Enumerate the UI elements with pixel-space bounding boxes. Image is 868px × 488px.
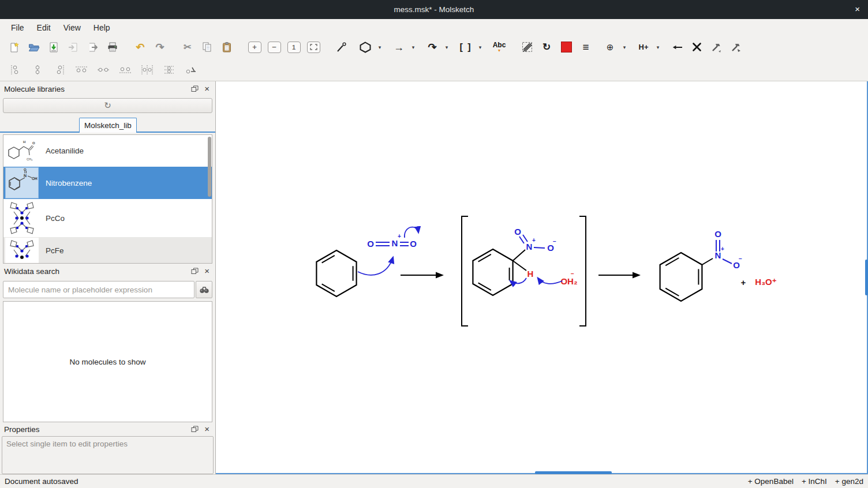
- selection-tool[interactable]: [517, 38, 537, 57]
- export-icon: [87, 42, 99, 53]
- atom-nitrogen: N: [392, 238, 398, 248]
- bracket-tool[interactable]: [ ]: [456, 38, 476, 57]
- rotate-tool[interactable]: ↻: [537, 38, 556, 57]
- electron-arrow-pi-to-oxygen[interactable]: [405, 227, 418, 238]
- water-base[interactable]: OH₂ −: [560, 271, 577, 286]
- wikidata-float-icon[interactable]: [191, 268, 199, 275]
- color-picker-button[interactable]: [556, 38, 576, 57]
- paste-button[interactable]: [217, 38, 237, 57]
- color-swatch-icon: [561, 42, 572, 52]
- hydronium-ion[interactable]: H₃O⁺: [755, 277, 776, 287]
- align-horizontal-center-button[interactable]: [92, 62, 114, 78]
- delete-tool[interactable]: [687, 38, 706, 57]
- benzene-molecule[interactable]: [316, 250, 356, 296]
- refresh-libraries-button[interactable]: ↻: [3, 98, 212, 113]
- align-hcenter-icon: [96, 65, 110, 75]
- intermediate-brackets[interactable]: [462, 216, 586, 326]
- delete-x-icon: [692, 42, 702, 52]
- distribute-vertical-button[interactable]: [158, 62, 180, 78]
- arenium-intermediate[interactable]: N + O O − H: [473, 227, 556, 295]
- atom-nitrogen: N: [715, 250, 721, 260]
- mechanism-arrow-dropdown[interactable]: ▾: [442, 38, 451, 57]
- angle-tool-button[interactable]: [180, 62, 202, 78]
- reaction-arrow-dropdown[interactable]: ▾: [409, 38, 418, 57]
- menu-file[interactable]: File: [5, 21, 31, 34]
- hydrogen-tool[interactable]: H+: [634, 38, 653, 57]
- reaction-scheme: O N + O: [216, 81, 867, 473]
- properties-float-icon[interactable]: [191, 426, 199, 433]
- libraries-float-icon[interactable]: [191, 85, 199, 92]
- distribute-vertical-icon: [162, 65, 176, 75]
- line-width-button[interactable]: ≡: [576, 38, 596, 57]
- cut-button[interactable]: ✂: [178, 38, 197, 57]
- list-item-pcfe[interactable]: PcFe: [3, 237, 212, 264]
- bracket-tool-dropdown[interactable]: ▾: [476, 38, 485, 57]
- hydrogen-tool-dropdown[interactable]: ▾: [653, 38, 663, 57]
- align-right-button[interactable]: [48, 62, 70, 78]
- implicit-hydrogen-tool[interactable]: [667, 38, 687, 57]
- library-tabbar: Molsketch_lib: [0, 116, 215, 134]
- undo-button[interactable]: ↶: [130, 38, 150, 57]
- import-document-button[interactable]: [63, 38, 83, 57]
- draw-bond-tool[interactable]: [331, 38, 351, 57]
- export-document-button[interactable]: [83, 38, 103, 57]
- text-tool[interactable]: Abc▾: [489, 38, 509, 57]
- wikidata-close-icon[interactable]: ×: [204, 268, 209, 275]
- reaction-arrow-2[interactable]: [598, 272, 641, 279]
- tab-molsketch-lib[interactable]: Molsketch_lib: [79, 118, 137, 133]
- ring-tool-dropdown[interactable]: ▾: [375, 38, 384, 57]
- optimize-mechanism-button[interactable]: [726, 38, 746, 57]
- electron-arrow-ring-to-nitrogen[interactable]: [358, 257, 393, 275]
- library-list-scrollbar[interactable]: [208, 137, 211, 197]
- distribute-horizontal-button[interactable]: [136, 62, 158, 78]
- electron-arrow-water-to-h[interactable]: [538, 278, 562, 284]
- menu-help[interactable]: Help: [87, 21, 117, 34]
- align-top-icon: [74, 65, 88, 75]
- minus-charge: −: [739, 256, 742, 262]
- zoom-out-button[interactable]: −: [264, 38, 284, 57]
- nitronium-ion[interactable]: O N + O: [367, 233, 417, 249]
- charge-tool[interactable]: ⊕: [600, 38, 620, 57]
- canvas-hscrollbar-thumb[interactable]: [535, 471, 612, 474]
- zoom-in-button[interactable]: +: [245, 38, 264, 57]
- open-document-button[interactable]: [24, 38, 44, 57]
- minimize-mechanism-button[interactable]: [706, 38, 726, 57]
- libraries-dock-header: Molecule libraries ×: [0, 81, 215, 96]
- alignment-toolbar: [0, 58, 868, 81]
- save-document-button[interactable]: [44, 38, 63, 57]
- menu-edit[interactable]: Edit: [31, 21, 57, 34]
- zoom-original-button[interactable]: 1: [284, 38, 304, 57]
- reaction-arrow-tool[interactable]: →: [389, 38, 409, 57]
- mechanism-arrow-tool[interactable]: ↷: [422, 38, 442, 57]
- align-left-button[interactable]: [5, 62, 27, 78]
- libraries-close-icon[interactable]: ×: [204, 85, 209, 92]
- svg-text:OH: OH: [32, 177, 38, 181]
- redo-button[interactable]: ↷: [150, 38, 170, 57]
- hydronium-label: H₃O⁺: [755, 277, 776, 287]
- wikidata-search-input[interactable]: [3, 281, 194, 298]
- align-top-button[interactable]: [70, 62, 92, 78]
- list-item-pcco[interactable]: PcCo: [3, 199, 212, 237]
- scissors-icon: ✂: [184, 43, 191, 52]
- menu-view[interactable]: View: [57, 21, 87, 34]
- wikidata-search-row: [0, 279, 215, 300]
- print-button[interactable]: [103, 38, 122, 57]
- charge-tool-dropdown[interactable]: ▾: [620, 38, 629, 57]
- angle-icon: [184, 65, 198, 75]
- wikidata-search-button[interactable]: [196, 281, 212, 298]
- list-item-acetanilide[interactable]: H O CH₃ Acetanilide: [3, 135, 212, 167]
- canvas-vscrollbar-thumb[interactable]: [865, 260, 868, 295]
- drawing-canvas[interactable]: O N + O: [216, 81, 868, 474]
- list-item-nitrobenzene[interactable]: N O OH Nitrobenzene: [3, 167, 212, 199]
- nitrobenzene-product[interactable]: N + O O −: [660, 229, 742, 301]
- copy-button[interactable]: [197, 38, 217, 57]
- reaction-arrow-1[interactable]: [401, 272, 444, 279]
- new-document-button[interactable]: [5, 38, 24, 57]
- svg-text:CH₃: CH₃: [27, 157, 32, 161]
- ring-tool[interactable]: [356, 38, 375, 57]
- align-vertical-center-button[interactable]: [27, 62, 48, 78]
- align-bottom-button[interactable]: [114, 62, 136, 78]
- window-close-button[interactable]: ×: [855, 4, 860, 14]
- zoom-fit-button[interactable]: [304, 38, 323, 57]
- properties-close-icon[interactable]: ×: [204, 426, 209, 433]
